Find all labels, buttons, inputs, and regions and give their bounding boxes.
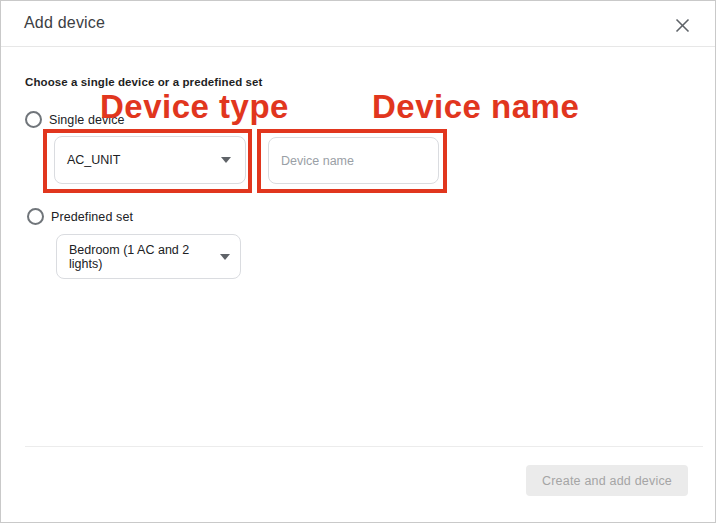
device-type-selected-value: AC_UNIT — [67, 153, 120, 167]
chevron-down-icon — [221, 157, 231, 163]
chevron-down-icon — [220, 254, 230, 260]
predefined-set-label: Predefined set — [51, 210, 133, 224]
predefined-set-radio[interactable] — [27, 208, 44, 225]
footer-divider — [25, 446, 703, 447]
create-and-add-device-button[interactable]: Create and add device — [526, 465, 688, 496]
predefined-set-select[interactable]: Bedroom (1 AC and 2 lights) — [56, 234, 241, 279]
device-type-select[interactable]: AC_UNIT — [54, 136, 246, 184]
device-name-input[interactable] — [268, 137, 439, 184]
add-device-dialog: Add device Choose a single device or a p… — [0, 0, 716, 523]
header-divider — [1, 46, 716, 47]
form-subtitle: Choose a single device or a predefined s… — [25, 76, 262, 88]
single-device-label: Single device — [49, 113, 125, 127]
close-x-glyph — [675, 18, 690, 33]
single-device-radio[interactable] — [25, 111, 42, 128]
annotation-device-type-label: Device type — [100, 88, 289, 126]
dialog-title: Add device — [24, 14, 105, 32]
close-icon[interactable] — [669, 12, 695, 38]
predefined-set-selected-value: Bedroom (1 AC and 2 lights) — [69, 243, 212, 271]
annotation-device-name-label: Device name — [372, 88, 579, 126]
